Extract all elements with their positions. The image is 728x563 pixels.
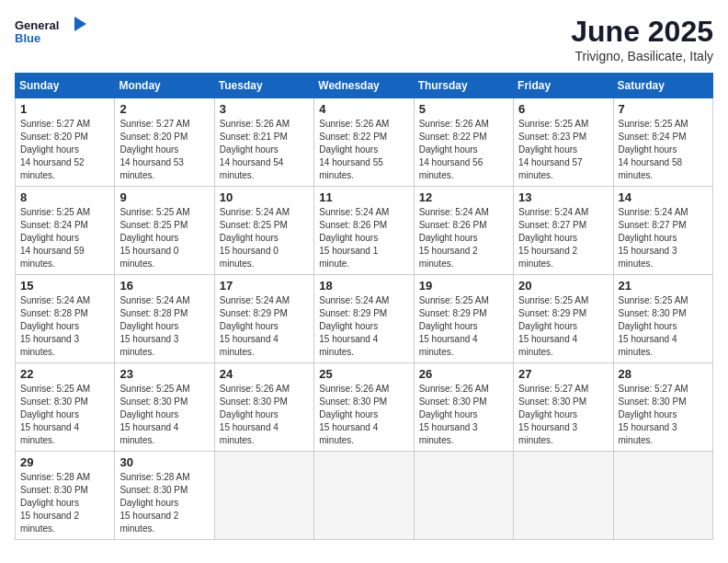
day-info: Sunrise: 5:24 AM Sunset: 8:29 PM Dayligh… [220, 294, 309, 359]
col-monday: Monday [115, 74, 214, 98]
day-number: 11 [319, 190, 408, 204]
svg-marker-2 [74, 17, 86, 31]
calendar-cell [514, 452, 613, 540]
calendar-cell: 25 Sunrise: 5:26 AM Sunset: 8:30 PM Dayl… [314, 363, 414, 452]
day-info: Sunrise: 5:28 AM Sunset: 8:30 PM Dayligh… [20, 471, 109, 535]
day-info: Sunrise: 5:25 AM Sunset: 8:25 PM Dayligh… [119, 206, 209, 270]
day-info: Sunrise: 5:26 AM Sunset: 8:21 PM Dayligh… [220, 118, 309, 182]
calendar-cell: 19 Sunrise: 5:25 AM Sunset: 8:29 PM Dayl… [414, 275, 513, 363]
day-info: Sunrise: 5:25 AM Sunset: 8:30 PM Dayligh… [20, 383, 109, 447]
calendar-cell: 24 Sunrise: 5:26 AM Sunset: 8:30 PM Dayl… [214, 363, 313, 452]
calendar-cell: 15 Sunrise: 5:24 AM Sunset: 8:28 PM Dayl… [16, 275, 115, 363]
day-number: 5 [419, 102, 508, 116]
day-info: Sunrise: 5:24 AM Sunset: 8:25 PM Dayligh… [220, 206, 309, 270]
calendar-week-4: 22 Sunrise: 5:25 AM Sunset: 8:30 PM Dayl… [16, 363, 713, 452]
day-number: 18 [319, 279, 408, 293]
day-number: 15 [20, 279, 109, 293]
day-info: Sunrise: 5:24 AM Sunset: 8:27 PM Dayligh… [518, 206, 608, 270]
day-info: Sunrise: 5:25 AM Sunset: 8:29 PM Dayligh… [518, 294, 608, 359]
calendar-cell: 7 Sunrise: 5:25 AM Sunset: 8:24 PM Dayli… [613, 98, 712, 187]
calendar-cell: 3 Sunrise: 5:26 AM Sunset: 8:21 PM Dayli… [214, 98, 313, 187]
svg-text:General: General [15, 18, 59, 32]
day-info: Sunrise: 5:27 AM Sunset: 8:20 PM Dayligh… [20, 118, 109, 182]
calendar-cell: 11 Sunrise: 5:24 AM Sunset: 8:26 PM Dayl… [314, 187, 414, 275]
calendar-cell: 29 Sunrise: 5:28 AM Sunset: 8:30 PM Dayl… [16, 452, 115, 540]
title-area: June 2025 Trivigno, Basilicate, Italy [571, 15, 713, 63]
day-info: Sunrise: 5:26 AM Sunset: 8:30 PM Dayligh… [319, 383, 408, 447]
day-info: Sunrise: 5:28 AM Sunset: 8:30 PM Dayligh… [119, 471, 209, 535]
col-wednesday: Wednesday [314, 74, 414, 98]
col-saturday: Saturday [613, 74, 712, 98]
day-number: 2 [119, 102, 209, 116]
day-info: Sunrise: 5:25 AM Sunset: 8:24 PM Dayligh… [619, 118, 708, 182]
day-number: 12 [419, 190, 508, 204]
calendar-week-5: 29 Sunrise: 5:28 AM Sunset: 8:30 PM Dayl… [16, 452, 713, 540]
col-friday: Friday [514, 74, 613, 98]
calendar-cell: 14 Sunrise: 5:24 AM Sunset: 8:27 PM Dayl… [613, 187, 712, 275]
day-info: Sunrise: 5:24 AM Sunset: 8:26 PM Dayligh… [419, 206, 508, 270]
month-title: June 2025 [571, 15, 713, 49]
calendar-cell: 20 Sunrise: 5:25 AM Sunset: 8:29 PM Dayl… [514, 275, 613, 363]
day-number: 30 [119, 455, 209, 469]
day-info: Sunrise: 5:24 AM Sunset: 8:28 PM Dayligh… [119, 294, 209, 359]
calendar-week-2: 8 Sunrise: 5:25 AM Sunset: 8:24 PM Dayli… [16, 187, 713, 275]
calendar-cell: 23 Sunrise: 5:25 AM Sunset: 8:30 PM Dayl… [115, 363, 214, 452]
day-number: 28 [619, 367, 708, 381]
calendar-week-1: 1 Sunrise: 5:27 AM Sunset: 8:20 PM Dayli… [16, 98, 713, 187]
calendar-cell: 13 Sunrise: 5:24 AM Sunset: 8:27 PM Dayl… [514, 187, 613, 275]
svg-text:Blue: Blue [15, 31, 40, 45]
day-info: Sunrise: 5:24 AM Sunset: 8:28 PM Dayligh… [20, 294, 109, 359]
calendar-cell: 2 Sunrise: 5:27 AM Sunset: 8:20 PM Dayli… [115, 98, 214, 187]
day-number: 19 [419, 279, 508, 293]
day-number: 29 [20, 455, 109, 469]
day-number: 9 [119, 190, 209, 204]
day-number: 3 [220, 102, 309, 116]
header: General Blue June 2025 Trivigno, Basilic… [15, 15, 713, 63]
day-number: 8 [20, 190, 109, 204]
calendar-cell [414, 452, 513, 540]
calendar-cell: 12 Sunrise: 5:24 AM Sunset: 8:26 PM Dayl… [414, 187, 513, 275]
calendar: Sunday Monday Tuesday Wednesday Thursday… [15, 73, 713, 540]
day-info: Sunrise: 5:27 AM Sunset: 8:20 PM Dayligh… [119, 118, 209, 182]
logo: General Blue [15, 15, 88, 52]
calendar-cell: 6 Sunrise: 5:25 AM Sunset: 8:23 PM Dayli… [514, 98, 613, 187]
calendar-cell [214, 452, 313, 540]
day-info: Sunrise: 5:25 AM Sunset: 8:24 PM Dayligh… [20, 206, 109, 270]
day-number: 14 [619, 190, 708, 204]
calendar-cell: 30 Sunrise: 5:28 AM Sunset: 8:30 PM Dayl… [115, 452, 214, 540]
calendar-cell: 17 Sunrise: 5:24 AM Sunset: 8:29 PM Dayl… [214, 275, 313, 363]
calendar-week-3: 15 Sunrise: 5:24 AM Sunset: 8:28 PM Dayl… [16, 275, 713, 363]
header-row: Sunday Monday Tuesday Wednesday Thursday… [16, 74, 713, 98]
location-title: Trivigno, Basilicate, Italy [571, 49, 713, 63]
calendar-cell [613, 452, 712, 540]
day-number: 4 [319, 102, 408, 116]
day-number: 25 [319, 367, 408, 381]
day-number: 26 [419, 367, 508, 381]
col-thursday: Thursday [414, 74, 513, 98]
day-number: 10 [220, 190, 309, 204]
day-info: Sunrise: 5:27 AM Sunset: 8:30 PM Dayligh… [619, 383, 708, 447]
calendar-cell: 4 Sunrise: 5:26 AM Sunset: 8:22 PM Dayli… [314, 98, 414, 187]
day-info: Sunrise: 5:26 AM Sunset: 8:22 PM Dayligh… [319, 118, 408, 182]
day-info: Sunrise: 5:25 AM Sunset: 8:30 PM Dayligh… [119, 383, 209, 447]
logo-svg: General Blue [15, 15, 88, 52]
calendar-cell: 21 Sunrise: 5:25 AM Sunset: 8:30 PM Dayl… [613, 275, 712, 363]
day-number: 7 [619, 102, 708, 116]
day-number: 22 [20, 367, 109, 381]
day-info: Sunrise: 5:24 AM Sunset: 8:29 PM Dayligh… [319, 294, 408, 359]
day-number: 16 [119, 279, 209, 293]
day-info: Sunrise: 5:24 AM Sunset: 8:27 PM Dayligh… [619, 206, 708, 270]
day-number: 17 [220, 279, 309, 293]
day-info: Sunrise: 5:26 AM Sunset: 8:30 PM Dayligh… [419, 383, 508, 447]
day-number: 13 [518, 190, 608, 204]
calendar-cell: 18 Sunrise: 5:24 AM Sunset: 8:29 PM Dayl… [314, 275, 414, 363]
day-info: Sunrise: 5:24 AM Sunset: 8:26 PM Dayligh… [319, 206, 408, 270]
calendar-cell: 8 Sunrise: 5:25 AM Sunset: 8:24 PM Dayli… [16, 187, 115, 275]
calendar-cell: 22 Sunrise: 5:25 AM Sunset: 8:30 PM Dayl… [16, 363, 115, 452]
calendar-cell: 5 Sunrise: 5:26 AM Sunset: 8:22 PM Dayli… [414, 98, 513, 187]
day-info: Sunrise: 5:26 AM Sunset: 8:22 PM Dayligh… [419, 118, 508, 182]
day-info: Sunrise: 5:26 AM Sunset: 8:30 PM Dayligh… [220, 383, 309, 447]
day-number: 24 [220, 367, 309, 381]
day-number: 27 [518, 367, 608, 381]
day-info: Sunrise: 5:25 AM Sunset: 8:30 PM Dayligh… [619, 294, 708, 359]
